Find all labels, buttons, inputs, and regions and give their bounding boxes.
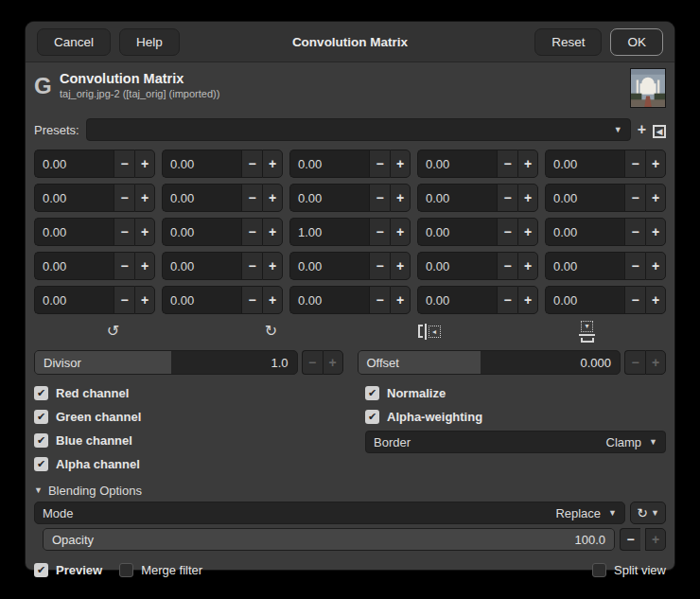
matrix-value-input[interactable]: 0.00 xyxy=(289,150,369,178)
green-channel-checkbox[interactable]: ✔ Green channel xyxy=(34,405,365,429)
matrix-value-input[interactable]: 0.00 xyxy=(545,150,624,178)
decrement-button[interactable]: − xyxy=(624,150,645,178)
increment-button[interactable]: + xyxy=(517,184,538,212)
help-button[interactable]: Help xyxy=(119,28,180,56)
presets-dropdown[interactable]: ▼ xyxy=(86,118,631,141)
increment-button[interactable]: + xyxy=(390,150,411,178)
increment-button[interactable]: + xyxy=(645,286,666,314)
offset-slider[interactable]: Offset 0.000 xyxy=(358,350,621,375)
matrix-value-input[interactable]: 0.00 xyxy=(34,252,114,280)
blending-options-expander[interactable]: ▼ Blending Options xyxy=(34,483,666,498)
increment-button[interactable]: + xyxy=(134,286,155,314)
rotate-counterclockwise-button[interactable]: ↺ xyxy=(34,320,192,343)
increment-button[interactable]: + xyxy=(262,252,283,280)
red-channel-checkbox[interactable]: ✔ Red channel xyxy=(34,381,365,405)
matrix-value-input[interactable]: 0.00 xyxy=(34,286,114,314)
merge-filter-checkbox[interactable]: Merge filter xyxy=(119,558,202,582)
decrement-button[interactable]: − xyxy=(369,218,390,246)
mode-reset-button[interactable]: ↻ ▼ xyxy=(630,502,666,524)
increment-button[interactable]: + xyxy=(262,150,283,178)
increment-button[interactable]: + xyxy=(134,150,155,178)
divisor-slider[interactable]: Divisor 1.0 xyxy=(34,350,298,375)
increment-button[interactable]: + xyxy=(134,184,155,212)
matrix-value-input[interactable]: 0.00 xyxy=(417,286,497,314)
decrement-button[interactable]: − xyxy=(114,218,134,246)
matrix-value-input[interactable]: 0.00 xyxy=(162,218,241,246)
decrement-button[interactable]: − xyxy=(114,286,134,314)
matrix-value-input[interactable]: 0.00 xyxy=(417,218,497,246)
increment-button[interactable]: + xyxy=(390,286,411,314)
decrement-button[interactable]: − xyxy=(624,218,645,246)
flip-horizontal-button[interactable]: ◂ xyxy=(350,320,508,343)
increment-button[interactable]: + xyxy=(262,218,283,246)
mode-dropdown[interactable]: Mode Replace ▼ xyxy=(34,502,625,524)
blue-channel-checkbox[interactable]: ✔ Blue channel xyxy=(34,429,365,452)
increment-button[interactable]: + xyxy=(134,252,155,280)
cancel-button[interactable]: Cancel xyxy=(37,28,111,56)
alpha-channel-checkbox[interactable]: ✔ Alpha channel xyxy=(34,452,365,476)
increment-button[interactable]: + xyxy=(262,286,283,314)
divisor-increment-button[interactable]: + xyxy=(323,350,343,375)
decrement-button[interactable]: − xyxy=(369,150,390,178)
decrement-button[interactable]: − xyxy=(114,252,134,280)
opacity-slider[interactable]: Opacity 100.0 xyxy=(43,528,615,551)
increment-button[interactable]: + xyxy=(134,218,155,246)
matrix-value-input[interactable]: 0.00 xyxy=(545,184,624,212)
matrix-value-input[interactable]: 0.00 xyxy=(289,184,369,212)
decrement-button[interactable]: − xyxy=(624,252,645,280)
decrement-button[interactable]: − xyxy=(497,184,517,212)
increment-button[interactable]: + xyxy=(390,218,411,246)
increment-button[interactable]: + xyxy=(262,184,283,212)
increment-button[interactable]: + xyxy=(645,252,666,280)
decrement-button[interactable]: − xyxy=(241,252,262,280)
increment-button[interactable]: + xyxy=(517,252,538,280)
decrement-button[interactable]: − xyxy=(241,286,262,314)
border-dropdown[interactable]: Border Clamp ▼ xyxy=(365,431,666,453)
normalize-checkbox[interactable]: ✔ Normalize xyxy=(365,381,666,405)
rotate-clockwise-button[interactable]: ↻ xyxy=(192,320,350,343)
decrement-button[interactable]: − xyxy=(624,184,645,212)
decrement-button[interactable]: − xyxy=(114,150,134,178)
decrement-button[interactable]: − xyxy=(369,286,390,314)
decrement-button[interactable]: − xyxy=(497,252,517,280)
flip-vertical-button[interactable]: ▾ xyxy=(508,320,666,343)
increment-button[interactable]: + xyxy=(390,252,411,280)
matrix-value-input[interactable]: 0.00 xyxy=(162,184,241,212)
decrement-button[interactable]: − xyxy=(624,286,645,314)
decrement-button[interactable]: − xyxy=(497,286,517,314)
matrix-value-input[interactable]: 0.00 xyxy=(162,252,241,280)
matrix-value-input[interactable]: 0.00 xyxy=(545,286,624,314)
matrix-value-input[interactable]: 0.00 xyxy=(417,150,497,178)
decrement-button[interactable]: − xyxy=(241,150,262,178)
matrix-value-input[interactable]: 0.00 xyxy=(34,218,114,246)
matrix-value-input[interactable]: 0.00 xyxy=(162,150,241,178)
opacity-increment-button[interactable]: + xyxy=(645,528,666,551)
matrix-value-input[interactable]: 0.00 xyxy=(289,286,369,314)
matrix-value-input[interactable]: 0.00 xyxy=(289,252,369,280)
matrix-value-input[interactable]: 0.00 xyxy=(545,252,624,280)
opacity-decrement-button[interactable]: − xyxy=(620,528,640,551)
decrement-button[interactable]: − xyxy=(114,184,134,212)
divisor-decrement-button[interactable]: − xyxy=(302,350,323,375)
preview-checkbox[interactable]: ✔ Preview xyxy=(34,558,102,582)
matrix-value-input[interactable]: 0.00 xyxy=(417,252,497,280)
matrix-value-input[interactable]: 0.00 xyxy=(545,218,624,246)
offset-decrement-button[interactable]: − xyxy=(624,350,645,375)
reset-button[interactable]: Reset xyxy=(534,28,602,56)
increment-button[interactable]: + xyxy=(390,184,411,212)
matrix-value-input[interactable]: 0.00 xyxy=(417,184,497,212)
increment-button[interactable]: + xyxy=(517,218,538,246)
offset-increment-button[interactable]: + xyxy=(645,350,666,375)
increment-button[interactable]: + xyxy=(645,218,666,246)
ok-button[interactable]: OK xyxy=(610,28,663,56)
split-view-checkbox[interactable]: Split view xyxy=(592,558,666,582)
decrement-button[interactable]: − xyxy=(369,184,390,212)
alpha-weighting-checkbox[interactable]: ✔ Alpha-weighting xyxy=(365,405,666,429)
decrement-button[interactable]: − xyxy=(369,252,390,280)
matrix-value-input[interactable]: 0.00 xyxy=(34,184,114,212)
decrement-button[interactable]: − xyxy=(497,150,517,178)
matrix-value-input[interactable]: 0.00 xyxy=(162,286,241,314)
manage-presets-button[interactable]: ◀ xyxy=(653,122,666,138)
decrement-button[interactable]: − xyxy=(497,218,517,246)
decrement-button[interactable]: − xyxy=(241,184,262,212)
